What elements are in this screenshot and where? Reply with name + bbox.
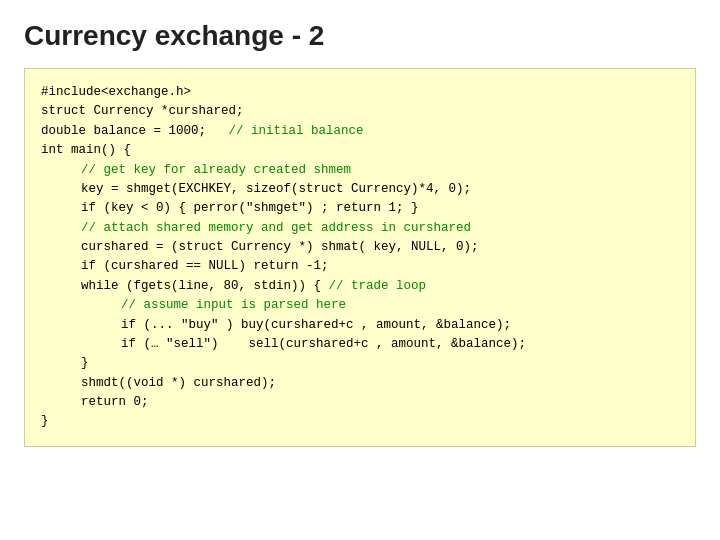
code-line-14: if (… "sell") sell(curshared+c , amount,…: [41, 335, 679, 354]
code-line-9: curshared = (struct Currency *) shmat( k…: [41, 238, 679, 257]
code-line-17: return 0;: [41, 393, 679, 412]
code-line-3: double balance = 1000; // initial balanc…: [41, 122, 679, 141]
code-line-13: if (... "buy" ) buy(curshared+c , amount…: [41, 316, 679, 335]
code-line-1: #include<exchange.h>: [41, 83, 679, 102]
code-line-12: // assume input is parsed here: [41, 296, 679, 315]
code-line-7: if (key < 0) { perror("shmget") ; return…: [41, 199, 679, 218]
comment-4: // trade loop: [329, 279, 427, 293]
code-line-5: // get key for already created shmem: [41, 161, 679, 180]
code-line-10: if (curshared == NULL) return -1;: [41, 257, 679, 276]
page: Currency exchange - 2 #include<exchange.…: [0, 0, 720, 540]
code-line-11: while (fgets(line, 80, stdin)) { // trad…: [41, 277, 679, 296]
code-line-2: struct Currency *curshared;: [41, 102, 679, 121]
comment-1: // initial balance: [229, 124, 364, 138]
code-line-8: // attach shared memory and get address …: [41, 219, 679, 238]
comment-3: // attach shared memory and get address …: [81, 221, 471, 235]
code-line-6: key = shmget(EXCHKEY, sizeof(struct Curr…: [41, 180, 679, 199]
code-line-4: int main() {: [41, 141, 679, 160]
page-title: Currency exchange - 2: [24, 20, 696, 52]
code-line-16: shmdt((void *) curshared);: [41, 374, 679, 393]
code-line-18: }: [41, 412, 679, 431]
comment-5: // assume input is parsed here: [121, 298, 346, 312]
code-block: #include<exchange.h> struct Currency *cu…: [24, 68, 696, 447]
code-line-15: }: [41, 354, 679, 373]
comment-2: // get key for already created shmem: [81, 163, 351, 177]
